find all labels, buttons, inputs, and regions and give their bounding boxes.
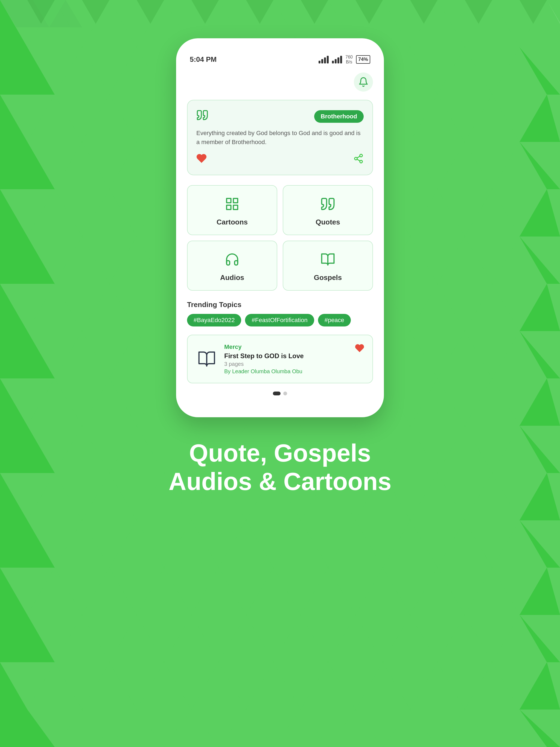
- svg-marker-42: [465, 47, 519, 95]
- like-button[interactable]: [196, 153, 207, 166]
- svg-marker-177: [410, 379, 465, 426]
- card-author: By Leader Olumba Olumba Obu: [224, 368, 348, 375]
- svg-marker-119: [437, 236, 492, 284]
- svg-marker-300: [55, 710, 109, 747]
- svg-marker-107: [109, 236, 164, 284]
- svg-marker-88: [109, 189, 164, 236]
- book-icon: [196, 348, 218, 370]
- svg-marker-226: [164, 520, 219, 568]
- svg-marker-184: [82, 426, 137, 473]
- svg-marker-103: [547, 189, 560, 236]
- cartoons-card[interactable]: Cartoons: [187, 185, 277, 235]
- svg-marker-162: [0, 379, 55, 426]
- svg-marker-159: [465, 331, 519, 379]
- svg-marker-307: [246, 710, 301, 747]
- notification-button[interactable]: [354, 73, 373, 92]
- quotes-card[interactable]: Quotes: [283, 185, 373, 235]
- svg-marker-122: [519, 236, 560, 284]
- trending-tags: #BayaEdo2022 #FeastOfFortification #peac…: [187, 314, 373, 327]
- svg-marker-236: [437, 520, 492, 568]
- dot-2[interactable]: [283, 391, 287, 395]
- svg-marker-118: [410, 236, 465, 284]
- svg-marker-305: [192, 710, 246, 747]
- svg-marker-27: [55, 47, 109, 95]
- svg-marker-156: [383, 331, 437, 379]
- svg-marker-9: [109, 0, 164, 47]
- svg-marker-270: [301, 615, 355, 662]
- svg-marker-201: [0, 473, 55, 520]
- svg-marker-204: [82, 473, 137, 520]
- svg-marker-160: [492, 331, 547, 379]
- svg-marker-29: [109, 47, 164, 95]
- svg-marker-306: [219, 710, 274, 747]
- audios-label: Audios: [220, 274, 244, 282]
- svg-marker-216: [410, 473, 465, 520]
- svg-marker-316: [492, 710, 547, 747]
- svg-marker-60: [410, 95, 465, 142]
- svg-marker-272: [355, 615, 410, 662]
- quotes-menu-icon: [321, 197, 335, 213]
- svg-marker-279: [0, 662, 55, 710]
- svg-marker-228: [219, 520, 274, 568]
- svg-marker-304: [164, 710, 219, 747]
- svg-marker-146: [109, 331, 164, 379]
- svg-marker-280: [27, 662, 82, 710]
- svg-marker-20: [410, 0, 465, 47]
- card-like-button[interactable]: [355, 343, 364, 355]
- svg-marker-86: [55, 189, 109, 236]
- svg-marker-319: [82, 0, 109, 24]
- svg-marker-68: [109, 142, 164, 189]
- svg-marker-2: [17, 0, 49, 27]
- quotes-label: Quotes: [315, 218, 340, 226]
- svg-marker-145: [82, 331, 137, 379]
- audios-icon: [225, 252, 239, 269]
- svg-marker-8: [82, 0, 137, 47]
- cartoons-label: Cartoons: [217, 218, 248, 226]
- svg-marker-296: [465, 662, 519, 710]
- svg-marker-219: [492, 473, 547, 520]
- quote-actions: [196, 153, 364, 166]
- svg-marker-121: [492, 236, 547, 284]
- svg-marker-309: [301, 710, 355, 747]
- svg-marker-39: [383, 47, 437, 95]
- svg-marker-247: [192, 568, 246, 615]
- svg-marker-248: [219, 568, 274, 615]
- svg-marker-43: [492, 47, 547, 95]
- svg-marker-291: [328, 662, 383, 710]
- signal-icon: [319, 56, 329, 63]
- svg-marker-66: [55, 142, 109, 189]
- svg-marker-259: [547, 568, 560, 615]
- svg-marker-87: [82, 189, 137, 236]
- svg-marker-99: [410, 189, 465, 236]
- content-card[interactable]: Mercy First Step to GOD is Love 3 pages …: [187, 335, 373, 383]
- svg-marker-25: [547, 0, 560, 24]
- gospels-card[interactable]: Gospels: [283, 241, 373, 291]
- svg-marker-246: [164, 568, 219, 615]
- svg-marker-318: [27, 0, 55, 24]
- dot-1[interactable]: [273, 391, 281, 395]
- share-button[interactable]: [353, 153, 364, 166]
- svg-marker-268: [246, 615, 301, 662]
- svg-marker-287: [219, 662, 274, 710]
- svg-marker-276: [465, 615, 519, 662]
- svg-marker-178: [437, 379, 492, 426]
- tag-bayaedo[interactable]: #BayaEdo2022: [187, 314, 241, 327]
- svg-marker-274: [410, 615, 465, 662]
- svg-marker-301: [82, 710, 137, 747]
- svg-marker-198: [465, 426, 519, 473]
- tag-peace[interactable]: #peace: [318, 314, 351, 327]
- svg-marker-205: [109, 473, 164, 520]
- svg-marker-59: [383, 95, 437, 142]
- svg-marker-257: [465, 568, 519, 615]
- audios-card[interactable]: Audios: [187, 241, 277, 291]
- tag-feast[interactable]: #FeastOfFortification: [245, 314, 314, 327]
- svg-marker-222: [55, 520, 109, 568]
- svg-marker-255: [410, 568, 465, 615]
- svg-marker-249: [246, 568, 301, 615]
- svg-marker-322: [246, 0, 274, 24]
- quote-card: Brotherhood Everything created by God be…: [187, 100, 373, 175]
- svg-marker-242: [55, 568, 109, 615]
- svg-marker-290: [301, 662, 355, 710]
- svg-marker-120: [465, 236, 519, 284]
- svg-marker-166: [109, 379, 164, 426]
